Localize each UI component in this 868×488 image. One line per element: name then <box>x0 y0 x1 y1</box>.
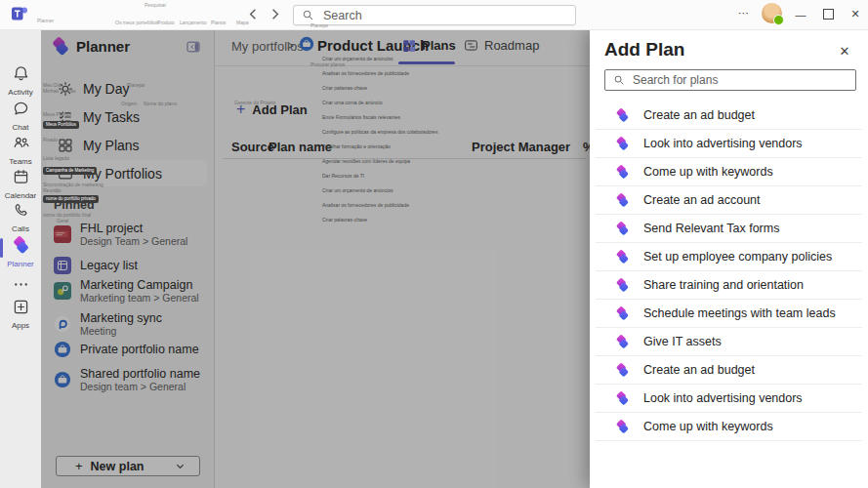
plan-suggestion-row[interactable]: Set up employee company policies <box>596 243 862 271</box>
rail-item-label: Calls <box>12 224 29 233</box>
plan-search-input[interactable] <box>631 72 849 88</box>
plan-search-box[interactable] <box>604 69 856 91</box>
rail-item-more[interactable] <box>0 275 41 298</box>
loc-artifact: Os meus portefólios <box>115 20 158 25</box>
planner-logo-icon <box>615 335 630 349</box>
planner-logo-icon <box>615 108 630 123</box>
bell-icon <box>12 64 30 87</box>
loc-artifact: Pesquisar <box>145 2 166 8</box>
teams-icon <box>12 134 30 156</box>
plan-suggestion-label: Look into advertising vendors <box>643 137 803 150</box>
loc-artifact: Planner <box>37 18 54 23</box>
search-icon <box>613 74 625 86</box>
plan-suggestion-row[interactable]: Create an ad budget <box>596 102 862 130</box>
plan-suggestion-label: Create an ad budget <box>643 108 755 122</box>
chat-icon <box>12 100 30 122</box>
rail-item-calls[interactable]: Calls <box>0 201 41 233</box>
title-bar: ⋯ — ✕ Pesquisar Planner Planejar Os meus… <box>0 0 868 30</box>
rail-item-label: Teams <box>9 157 32 166</box>
more-options-icon[interactable]: ⋯ <box>738 7 751 20</box>
rail-item-label: Planner <box>7 260 34 268</box>
loc-artifact: Planejar <box>310 22 328 28</box>
planner-logo-icon <box>615 137 630 151</box>
planner-logo-icon <box>615 278 630 293</box>
plan-suggestion-label: Look into advertising vendors <box>643 391 803 405</box>
global-search-box[interactable] <box>293 5 576 25</box>
planner-logo-icon <box>615 420 630 434</box>
rail-item-label: Calendar <box>5 191 36 200</box>
panel-title: Add Plan <box>604 39 684 61</box>
loc-artifact: Mapa <box>236 20 249 25</box>
dots-icon <box>12 275 30 298</box>
plan-suggestion-label: Set up employee company policies <box>643 250 832 264</box>
planner-icon <box>12 236 30 259</box>
close-panel-button[interactable]: ✕ <box>836 42 853 60</box>
minimize-button[interactable]: — <box>787 0 814 28</box>
teams-logo-icon <box>10 4 29 27</box>
plan-suggestion-label: Come up with keywords <box>643 165 773 179</box>
modal-scrim[interactable] <box>41 29 590 488</box>
plan-suggestion-list: Create an ad budgetLook into advertising… <box>590 102 868 441</box>
planner-logo-icon <box>615 250 630 264</box>
apps-icon <box>12 298 30 320</box>
planner-logo-icon <box>615 306 630 321</box>
plan-suggestion-row[interactable]: Share training and orientation <box>596 271 862 300</box>
plan-suggestion-row[interactable]: Create an ad account <box>596 186 862 215</box>
plan-suggestion-row[interactable]: Create an ad budget <box>596 356 862 385</box>
rail-item-label: Apps <box>12 321 29 330</box>
plan-suggestion-label: Create an ad account <box>643 193 761 207</box>
forward-button[interactable] <box>268 7 282 25</box>
phone-icon <box>12 201 30 224</box>
planner-logo-icon <box>615 193 630 208</box>
maximize-icon <box>823 9 834 20</box>
search-icon <box>302 9 314 21</box>
rail-item-teams[interactable]: Teams <box>0 134 41 166</box>
plan-suggestion-row[interactable]: Look into advertising vendors <box>596 385 862 413</box>
rail-item-label: Chat <box>13 123 29 132</box>
search-input[interactable] <box>321 8 550 23</box>
plan-suggestion-row[interactable]: Come up with keywords <box>596 158 862 186</box>
teams-window: ⋯ — ✕ Pesquisar Planner Planejar Os meus… <box>0 0 868 488</box>
rail-item-calendar[interactable]: Calendar <box>0 168 41 200</box>
avatar[interactable] <box>762 3 782 23</box>
plan-suggestion-row[interactable]: Schedule meetings with team leads <box>596 300 862 328</box>
rail-item-label: Activity <box>8 88 32 97</box>
rail-item-planner[interactable]: Planner <box>0 236 41 268</box>
plan-suggestion-label: Schedule meetings with team leads <box>643 306 836 320</box>
planner-logo-icon <box>615 391 630 406</box>
rail-item-apps[interactable]: Apps <box>0 298 41 330</box>
add-plan-panel: Add Plan ✕ Create an ad budgetLook into … <box>590 29 868 488</box>
loc-artifact: Planos <box>211 20 226 25</box>
plan-suggestion-label: Come up with keywords <box>643 420 773 433</box>
plan-suggestion-row[interactable]: Give IT assets <box>596 328 862 356</box>
planner-logo-icon <box>615 165 630 180</box>
rail-item-chat[interactable]: Chat <box>0 100 41 132</box>
loc-artifact: Produto <box>157 20 175 25</box>
plan-suggestion-label: Share training and orientation <box>643 278 804 292</box>
app-rail: ActivityChatTeamsCalendarCallsPlannerApp… <box>0 29 41 488</box>
plan-suggestion-row[interactable]: Look into advertising vendors <box>596 130 862 158</box>
loc-artifact: Lançamento <box>180 20 207 25</box>
plan-suggestion-row[interactable]: Come up with keywords <box>596 413 862 441</box>
plan-suggestion-row[interactable]: Send Relevant Tax forms <box>596 215 862 243</box>
plan-suggestion-label: Send Relevant Tax forms <box>643 222 779 235</box>
planner-logo-icon <box>615 222 630 236</box>
calendar-icon <box>12 168 30 190</box>
close-window-button[interactable]: ✕ <box>842 0 868 28</box>
plan-suggestion-label: Give IT assets <box>643 335 722 348</box>
planner-logo-icon <box>615 363 630 378</box>
plan-suggestion-label: Create an ad budget <box>643 363 755 377</box>
maximize-button[interactable] <box>814 0 842 28</box>
rail-item-activity[interactable]: Activity <box>0 64 41 97</box>
